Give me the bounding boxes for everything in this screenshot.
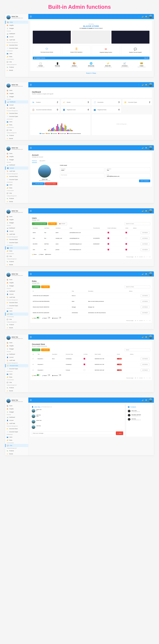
topbar-avatar[interactable]: [149, 83, 152, 86]
notif-icon[interactable]: 🔔: [145, 84, 147, 86]
chat-message-input[interactable]: [32, 432, 115, 435]
nav-audit[interactable]: 📜Audit Trails: [5, 359, 28, 362]
nav-swagger[interactable]: {}Swagger: [5, 27, 28, 30]
nav-dashboard[interactable]: 📊Dashboard: [5, 100, 28, 104]
col-header[interactable]: Active: [125, 226, 132, 230]
upload-image-button[interactable]: 📤 UPLOAD IMAGE: [32, 182, 45, 185]
lang-icon[interactable]: 🌐: [138, 273, 140, 275]
nav-hangfire[interactable]: 🔥Hangfire: [5, 407, 28, 410]
nav-doctypes[interactable]: 📄Document Types: [5, 241, 28, 244]
menu-toggle[interactable]: ☰: [30, 210, 32, 212]
col-header[interactable]: Id: [32, 353, 37, 356]
send-button[interactable]: ✈ SEND: [116, 432, 123, 435]
nav-account[interactable]: 👤Account: [5, 419, 28, 422]
nav-audit[interactable]: 📜Audit Trails: [5, 422, 28, 425]
nav-products[interactable]: 🛍Products: [5, 260, 28, 263]
actions-button[interactable]: ACTIONS ▾: [141, 231, 150, 234]
nav-swagger[interactable]: {}Swagger: [5, 95, 28, 98]
actions-button[interactable]: ACTIONS ▾: [141, 311, 150, 314]
register-user-button[interactable]: + REGISTER NEW USER: [32, 222, 47, 225]
contact-item[interactable]: John J Doeexample@gmail.com: [128, 409, 151, 413]
nav-roles[interactable]: 🔑Roles: [5, 55, 28, 58]
menu-toggle[interactable]: ☰: [30, 84, 32, 86]
nav-products[interactable]: 🛍Products: [5, 134, 28, 137]
nav-docstore[interactable]: 📁Document Store: [5, 175, 28, 178]
nav-audit[interactable]: 📜Audit Trails: [5, 296, 28, 299]
col-header[interactable]: Owner: [116, 353, 129, 356]
nav-doctypes[interactable]: 📄Document Types: [5, 47, 28, 50]
nav-home[interactable]: 🏠Home: [5, 404, 28, 407]
nav-chat[interactable]: 💬Chat: [5, 255, 28, 258]
nav-swagger[interactable]: {}Swagger: [5, 221, 28, 224]
col-header[interactable]: Title: [37, 353, 51, 356]
nav-roles[interactable]: 🔑Roles: [5, 250, 28, 252]
theme-icon[interactable]: 🌙: [142, 399, 144, 401]
nav-dashboard[interactable]: 📊Dashboard: [5, 32, 28, 35]
nav-account[interactable]: 👤Account: [5, 104, 28, 106]
topbar-avatar[interactable]: [149, 335, 152, 339]
col-header[interactable]: Last Name: [43, 226, 55, 230]
nav-chat[interactable]: 💬Chat: [5, 381, 28, 384]
striped-toggle[interactable]: [47, 317, 50, 318]
reload-button[interactable]: ↻ RELOAD: [41, 286, 50, 288]
col-header[interactable]: Id: [32, 290, 71, 293]
theme-icon[interactable]: 🌙: [142, 336, 144, 338]
actions-button[interactable]: ACTIONS ▾: [141, 237, 150, 240]
lang-icon[interactable]: 🌐: [138, 147, 140, 149]
lang-icon[interactable]: 🌐: [138, 84, 140, 86]
nav-docstore[interactable]: 📁Document Store: [5, 44, 28, 47]
pager-last[interactable]: ⇥: [149, 378, 150, 378]
theme-icon[interactable]: 🌙: [142, 147, 144, 149]
topbar-avatar[interactable]: [149, 398, 152, 402]
notif-icon[interactable]: 🔔: [145, 273, 147, 275]
nav-brands[interactable]: 🏷Brands: [5, 69, 28, 72]
nav-users[interactable]: 👥Users: [5, 436, 28, 439]
pager-prev[interactable]: ‹: [146, 378, 147, 378]
nav-swagger[interactable]: {}Swagger: [5, 347, 28, 350]
notif-icon[interactable]: 🔔: [145, 147, 147, 149]
nav-chat[interactable]: 💬Chat: [5, 318, 28, 321]
menu-toggle[interactable]: ☰: [30, 399, 32, 402]
striped-toggle[interactable]: [47, 374, 50, 376]
nav-users[interactable]: 👥Users: [5, 120, 28, 123]
nav-brands[interactable]: 🏷Brands: [5, 200, 28, 203]
tab-security[interactable]: SECURITY: [39, 159, 45, 163]
nav-dashboard[interactable]: 📊Dashboard: [5, 226, 28, 230]
lang-icon[interactable]: 🌐: [138, 16, 140, 18]
topbar-avatar[interactable]: [149, 15, 152, 18]
nav-users[interactable]: 👥Users: [5, 310, 28, 312]
delete-image-button[interactable]: 🗑 DELETE IMAGE: [45, 182, 57, 185]
nav-brands[interactable]: 🏷Brands: [5, 137, 28, 140]
lang-icon[interactable]: 🌐: [138, 210, 140, 212]
nav-home[interactable]: 🏠Home: [5, 89, 28, 92]
nav-dashboard[interactable]: 📊Dashboard: [5, 353, 28, 356]
nav-swagger[interactable]: {}Swagger: [5, 410, 28, 414]
pager-first[interactable]: ⇤: [144, 378, 145, 378]
actions-button[interactable]: ACTIONS ▾: [141, 306, 150, 308]
actions-button[interactable]: ACTIONS ▾: [141, 369, 150, 372]
nav-docstore[interactable]: 📁Document Store: [5, 301, 28, 304]
nav-home[interactable]: 🏠Home: [5, 278, 28, 281]
save-changes-button[interactable]: SAVE CHANGES: [139, 180, 150, 182]
nav-doctypes[interactable]: 📄Document Types: [5, 178, 28, 181]
reload-button[interactable]: ↻ RELOAD: [48, 222, 57, 225]
col-header[interactable]: Actions: [129, 353, 150, 356]
search-roles-input[interactable]: [125, 285, 150, 288]
nav-account[interactable]: 👤Account: [5, 293, 28, 296]
col-header[interactable]: Email: [69, 226, 92, 230]
theme-icon[interactable]: 🌙: [142, 84, 144, 86]
actions-button[interactable]: ACTIONS ▾: [141, 242, 150, 246]
nav-docstore[interactable]: 📁Document Store: [5, 112, 28, 115]
nav-users[interactable]: 👥Users: [5, 246, 28, 250]
dense-toggle[interactable]: [37, 317, 40, 318]
notif-icon[interactable]: 🔔: [145, 399, 147, 401]
nav-chat[interactable]: 💬Chat: [5, 128, 28, 132]
create-role-button[interactable]: + CREATE: [32, 286, 40, 288]
nav-doctypes[interactable]: 📄Document Types: [5, 304, 28, 307]
nav-hangfire[interactable]: 🔥Hangfire: [5, 281, 28, 284]
nav-users[interactable]: 👥Users: [5, 183, 28, 186]
col-header[interactable]: Document Type: [65, 353, 83, 356]
col-header[interactable]: First Name: [32, 226, 43, 230]
nav-roles[interactable]: 🔑Roles: [5, 312, 28, 316]
nav-doctypes[interactable]: 📄Document Types: [5, 115, 28, 118]
